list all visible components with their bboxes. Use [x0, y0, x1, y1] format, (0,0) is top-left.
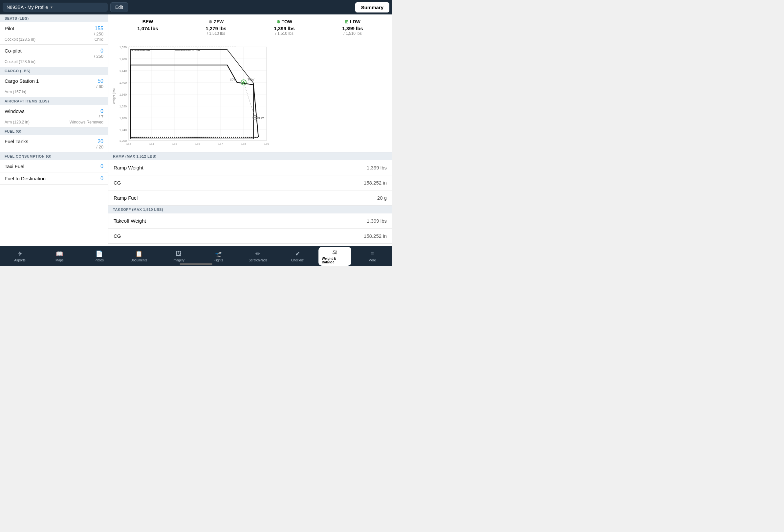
svg-text:Structural MLDW: Structural MLDW	[130, 49, 150, 52]
svg-text:154: 154	[149, 142, 154, 145]
ramp-weight-row: Ramp Weight 1,399 lbs	[108, 160, 392, 175]
top-bar: N893BA - My Profile ▾ Edit Summary	[0, 0, 392, 15]
plates-label: Plates	[94, 258, 104, 262]
left-panel: SEATS (LBS) Pilot 155 / 250 Cockpit (128…	[0, 15, 108, 246]
pilot-max: / 250	[94, 31, 104, 36]
fuel-tanks-value: 20	[96, 139, 104, 144]
scratchpads-label: ScratchPads	[249, 258, 267, 262]
tow-value: 1,399 lbs	[250, 26, 318, 31]
section-header-cargo: CARGO (LBS)	[0, 67, 108, 75]
copilot-arm: Cockpit (128.5 in)	[5, 59, 35, 64]
nav-item-weight-balance[interactable]: ⚖ Weight & Balance	[318, 247, 351, 266]
weight-balance-chart: 1,520 1,480 1,440 1,400 1,360 1,320 1,28…	[108, 40, 392, 152]
nav-item-maps[interactable]: 📖 Maps	[40, 248, 80, 264]
svg-text:LDW: LDW	[230, 78, 237, 81]
checklist-icon: ✔	[295, 250, 300, 257]
checklist-label: Checklist	[291, 258, 304, 262]
airports-label: Airports	[14, 258, 25, 262]
nav-item-flights[interactable]: 🛫 Flights	[198, 248, 238, 264]
ldw-value: 1,399 lbs	[318, 26, 387, 31]
stat-tow: ⊕ TOW 1,399 lbs / 1,510 lbs	[250, 19, 318, 36]
list-item-fuel-tanks[interactable]: Fuel Tanks 20 / 20	[0, 135, 108, 152]
scratchpads-icon: ✏	[255, 250, 260, 257]
imagery-label: Imagery	[173, 258, 185, 262]
item-name-taxi-fuel: Taxi Fuel	[5, 164, 24, 169]
windows-note: Windows Removed	[69, 120, 104, 124]
list-item-copilot[interactable]: Co-pilot 0 / 250 Cockpit (128.5 in)	[0, 45, 108, 67]
svg-text:TOW: TOW	[248, 78, 254, 81]
section-header-fuel: FUEL (G)	[0, 128, 108, 135]
windows-arm: Arm (128.2 in)	[5, 120, 30, 124]
nav-item-scratchpads[interactable]: ✏ ScratchPads	[238, 248, 278, 264]
maps-icon: 📖	[56, 250, 63, 257]
list-item-fuel-destination[interactable]: Fuel to Destination 0	[0, 172, 108, 185]
svg-text:1,320: 1,320	[119, 105, 127, 108]
item-name-fuel-tanks: Fuel Tanks	[5, 139, 28, 144]
airports-icon: ✈	[18, 250, 22, 257]
takeoff-weight-value: 1,399 lbs	[367, 218, 387, 224]
pilot-arm: Cockpit (128.5 in)	[5, 37, 35, 42]
list-item-taxi-fuel[interactable]: Taxi Fuel 0	[0, 160, 108, 172]
more-label: More	[368, 258, 376, 262]
taxi-fuel-value: 0	[101, 164, 104, 169]
svg-text:157: 157	[218, 142, 223, 145]
home-indicator	[179, 263, 213, 265]
maps-label: Maps	[55, 258, 63, 262]
item-name-copilot: Co-pilot	[5, 48, 22, 54]
ldw-limit: / 1,510 lbs	[318, 31, 387, 36]
pilot-value: 155	[94, 26, 104, 31]
documents-icon: 📋	[135, 250, 142, 257]
nav-item-checklist[interactable]: ✔ Checklist	[278, 248, 317, 264]
stats-row: BEW 1,074 lbs ⊕ ZFW 1,279 lbs / 1,510 lb…	[108, 15, 392, 40]
plates-icon: 📄	[95, 250, 103, 257]
item-name-cargo1: Cargo Station 1	[5, 78, 39, 84]
list-item-windows[interactable]: Windows 0 / 7 Arm (128.2 in) Windows Rem…	[0, 105, 108, 128]
ramp-section-header: RAMP (MAX 1,512 LBS)	[108, 152, 392, 160]
nav-item-plates[interactable]: 📄 Plates	[80, 248, 119, 264]
nav-item-more[interactable]: ≡ More	[352, 249, 392, 264]
svg-text:Weight (lbs): Weight (lbs)	[112, 88, 116, 104]
svg-text:1,400: 1,400	[119, 81, 127, 84]
imagery-icon: 🖼	[176, 251, 181, 257]
pilot-note: Child	[94, 37, 104, 42]
nav-item-airports[interactable]: ✈ Airports	[0, 248, 40, 264]
cargo1-max: / 60	[96, 84, 104, 89]
documents-label: Documents	[131, 258, 147, 262]
flights-icon: 🛫	[215, 250, 222, 257]
svg-text:1,280: 1,280	[119, 117, 127, 120]
stat-ldw: ⊞ LDW 1,399 lbs / 1,510 lbs	[318, 19, 387, 36]
ramp-fuel-value: 20 g	[377, 195, 387, 201]
tow-limit: / 1,510 lbs	[250, 31, 318, 36]
bew-limit	[114, 31, 182, 36]
ramp-cg-row: CG 158.252 in	[108, 175, 392, 191]
windows-max: / 7	[99, 114, 104, 119]
zfw-value: 1,279 lbs	[182, 26, 250, 31]
summary-button[interactable]: Summary	[355, 2, 389, 12]
takeoff-weight-label: Takeoff Weight	[114, 218, 146, 224]
takeoff-cg-row: CG 158.252 in	[108, 229, 392, 244]
zfw-icon: ⊕	[208, 19, 213, 24]
nav-item-imagery[interactable]: 🖼 Imagery	[159, 249, 199, 264]
svg-text:156: 156	[195, 142, 200, 145]
fuel-destination-value: 0	[101, 176, 104, 181]
svg-text:1,440: 1,440	[119, 69, 127, 73]
nav-item-documents[interactable]: 📋 Documents	[119, 248, 159, 264]
item-name-windows: Windows	[5, 108, 25, 114]
section-header-seats: SEATS (LBS)	[0, 15, 108, 22]
list-item-cargo1[interactable]: Cargo Station 1 50 / 60 Arm (157 in)	[0, 75, 108, 97]
takeoff-section-header: TAKEOFF (MAX 1,510 LBS)	[108, 205, 392, 214]
profile-selector[interactable]: N893BA - My Profile ▾	[3, 3, 108, 12]
ldw-icon: ⊞	[345, 19, 349, 24]
flights-label: Flights	[214, 258, 223, 262]
fuel-tanks-max: / 20	[96, 144, 104, 149]
svg-text:——Structural MTOW: ——Structural MTOW	[175, 49, 200, 52]
ramp-weight-value: 1,399 lbs	[367, 165, 387, 170]
svg-text:153: 153	[126, 142, 131, 145]
list-item-pilot[interactable]: Pilot 155 / 250 Cockpit (128.5 in) Child	[0, 22, 108, 45]
item-name-pilot: Pilot	[5, 26, 14, 31]
bottom-nav: ✈ Airports 📖 Maps 📄 Plates 📋 Documents 🖼…	[0, 246, 392, 266]
ramp-fuel-row: Ramp Fuel 20 g	[108, 191, 392, 205]
edit-button[interactable]: Edit	[110, 2, 128, 12]
ramp-cg-value: 158.252 in	[364, 180, 387, 186]
cargo1-arm: Arm (157 in)	[5, 90, 26, 94]
